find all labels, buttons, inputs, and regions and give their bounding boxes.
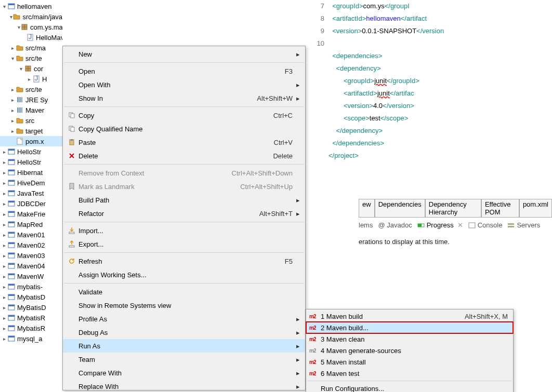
- tab-progress[interactable]: Progress ✕: [417, 221, 463, 229]
- code-line[interactable]: </dependency>: [309, 125, 552, 137]
- menu-item[interactable]: Run As▸: [63, 339, 305, 353]
- tree-item[interactable]: ▸MybatisR: [0, 323, 62, 333]
- expand-icon[interactable]: ▸: [1, 222, 7, 227]
- tree-item[interactable]: JHelloMaven.java: [0, 32, 62, 43]
- tree-item[interactable]: ▸JavaTest: [0, 188, 62, 198]
- tree-item[interactable]: ▾com.ys.maven: [0, 22, 62, 32]
- tree-item[interactable]: ▸MapRed: [0, 219, 62, 229]
- submenu-item[interactable]: Run Configurations...: [306, 383, 513, 392]
- expand-icon[interactable]: ▸: [1, 180, 7, 186]
- submenu-item[interactable]: m25 Maven install: [306, 356, 513, 368]
- expand-icon[interactable]: ▸: [1, 170, 7, 175]
- tab-console[interactable]: Console: [468, 221, 503, 229]
- tree-item[interactable]: ▸MybatisD: [0, 292, 62, 302]
- tab-javadoc[interactable]: @ Javadoc: [378, 221, 412, 229]
- menu-item[interactable]: Show InAlt+Shift+W▸: [63, 91, 305, 105]
- menu-item[interactable]: Profile As▸: [63, 312, 305, 326]
- menu-item[interactable]: Show in Remote Systems view: [63, 299, 305, 312]
- menu-item[interactable]: Open With▸: [63, 78, 305, 91]
- menu-item[interactable]: RefreshF5: [63, 254, 305, 268]
- expand-icon[interactable]: ▸: [1, 294, 7, 300]
- code-line[interactable]: </project>: [309, 150, 552, 162]
- code-line[interactable]: </dependencies>: [309, 137, 552, 150]
- code-line[interactable]: <version>4.0</version>: [309, 100, 552, 112]
- tree-item[interactable]: ▾hellomaven: [0, 1, 62, 11]
- code-line[interactable]: 9 <version>0.0.1-SNAPSHOT</version: [309, 25, 552, 37]
- tree-item[interactable]: ▾src/main/java: [0, 11, 62, 22]
- expand-icon[interactable]: ▸: [1, 191, 7, 196]
- expand-icon[interactable]: ▾: [1, 4, 7, 9]
- tree-item[interactable]: ▸HelloStr: [0, 157, 62, 167]
- menu-item[interactable]: New▸: [63, 47, 305, 61]
- submenu-item[interactable]: m21 Maven buildAlt+Shift+X, M: [306, 310, 513, 322]
- expand-icon[interactable]: ▸: [1, 232, 7, 238]
- tree-item[interactable]: ▸MybatisR: [0, 313, 62, 323]
- tree-item[interactable]: ▸Maven02: [0, 240, 62, 250]
- expand-icon[interactable]: ▸: [9, 107, 16, 113]
- pom-tab[interactable]: ew: [359, 199, 375, 218]
- menu-item[interactable]: Replace With▸: [63, 380, 305, 392]
- menu-item[interactable]: OpenF3: [63, 64, 305, 78]
- expand-icon[interactable]: ▸: [9, 128, 16, 134]
- expand-icon[interactable]: ▸: [1, 305, 7, 310]
- tree-item[interactable]: ▸mysql_a: [0, 333, 62, 344]
- menu-item[interactable]: Copy Qualified Name: [63, 122, 305, 136]
- tree-item[interactable]: ▾src/te: [0, 53, 62, 63]
- code-line[interactable]: <scope>test</scope>: [309, 112, 552, 125]
- menu-item[interactable]: DeleteDelete: [63, 149, 305, 163]
- tree-item[interactable]: ▸src: [0, 115, 62, 126]
- code-line[interactable]: <artifactId>junit</artifac: [309, 87, 552, 100]
- submenu-item[interactable]: m24 Maven generate-sources: [306, 345, 513, 356]
- expand-icon[interactable]: ▸: [1, 284, 7, 290]
- expand-icon[interactable]: ▸: [9, 45, 16, 51]
- pom-tab[interactable]: pom.xml: [519, 199, 552, 218]
- expand-icon[interactable]: ▸: [1, 211, 7, 217]
- tree-item[interactable]: pom.x: [0, 136, 62, 146]
- menu-item[interactable]: Assign Working Sets...: [63, 268, 305, 281]
- tree-item[interactable]: ▸HiveDem: [0, 178, 62, 188]
- submenu-item[interactable]: m26 Maven test: [306, 368, 513, 379]
- xml-editor[interactable]: 7 <groupId>com.ys</groupI8 <artifactId>h…: [306, 0, 552, 162]
- expand-icon[interactable]: ▸: [1, 336, 7, 342]
- expand-icon[interactable]: ▸: [1, 149, 7, 155]
- expand-icon[interactable]: ▸: [1, 201, 7, 207]
- menu-item[interactable]: RefactorAlt+Shift+T▸: [63, 207, 305, 220]
- tree-item[interactable]: ▸MakeFrie: [0, 209, 62, 219]
- menu-item[interactable]: Compare With▸: [63, 366, 305, 380]
- expand-icon[interactable]: ▸: [1, 159, 7, 165]
- tree-item[interactable]: ▸src/te: [0, 84, 62, 94]
- expand-icon[interactable]: ▸: [9, 97, 16, 103]
- code-line[interactable]: 8 <artifactId>hellomaven</artifact: [309, 12, 552, 25]
- project-explorer[interactable]: ▾hellomaven▾src/main/java▾com.ys.mavenJH…: [0, 0, 62, 392]
- tree-item[interactable]: ▸JRE Sy: [0, 94, 62, 105]
- pom-tab[interactable]: Dependency Hierarchy: [425, 199, 481, 218]
- expand-icon[interactable]: ▸: [1, 253, 7, 259]
- code-line[interactable]: 10: [309, 37, 552, 50]
- menu-item[interactable]: Import...: [63, 224, 305, 237]
- tree-item[interactable]: ▸Hibernat: [0, 167, 62, 178]
- tree-item[interactable]: ▸JH: [0, 74, 62, 84]
- run-as-submenu[interactable]: m21 Maven buildAlt+Shift+X, Mm22 Maven b…: [306, 309, 514, 392]
- expand-icon[interactable]: ▸: [1, 315, 7, 321]
- tree-item[interactable]: ▸MyBatisD: [0, 302, 62, 313]
- tree-item[interactable]: ▸MavenW: [0, 271, 62, 281]
- context-menu[interactable]: New▸OpenF3Open With▸Show InAlt+Shift+W▸C…: [62, 46, 306, 390]
- close-icon[interactable]: ✕: [456, 221, 463, 229]
- menu-item[interactable]: Build Path▸: [63, 193, 305, 207]
- code-line[interactable]: <groupId>junit</groupId>: [309, 75, 552, 87]
- menu-item[interactable]: Validate: [63, 285, 305, 299]
- tree-item[interactable]: ▾cor: [0, 63, 62, 74]
- expand-icon[interactable]: ▾: [9, 56, 16, 61]
- tree-item[interactable]: ▸Maven01: [0, 229, 62, 240]
- expand-icon[interactable]: ▸: [1, 326, 7, 331]
- tree-item[interactable]: ▸target: [0, 126, 62, 136]
- tree-item[interactable]: ▸HelloStr: [0, 146, 62, 157]
- code-line[interactable]: 7 <groupId>com.ys</groupI: [309, 0, 552, 12]
- menu-item[interactable]: PasteCtrl+V: [63, 136, 305, 149]
- pom-tab[interactable]: Dependencies: [375, 199, 425, 218]
- code-line[interactable]: <dependencies>: [309, 50, 552, 62]
- expand-icon[interactable]: ▸: [9, 118, 16, 124]
- tree-item[interactable]: ▸Maven03: [0, 250, 62, 261]
- menu-item[interactable]: CopyCtrl+C: [63, 109, 305, 122]
- expand-icon[interactable]: ▸: [9, 87, 16, 92]
